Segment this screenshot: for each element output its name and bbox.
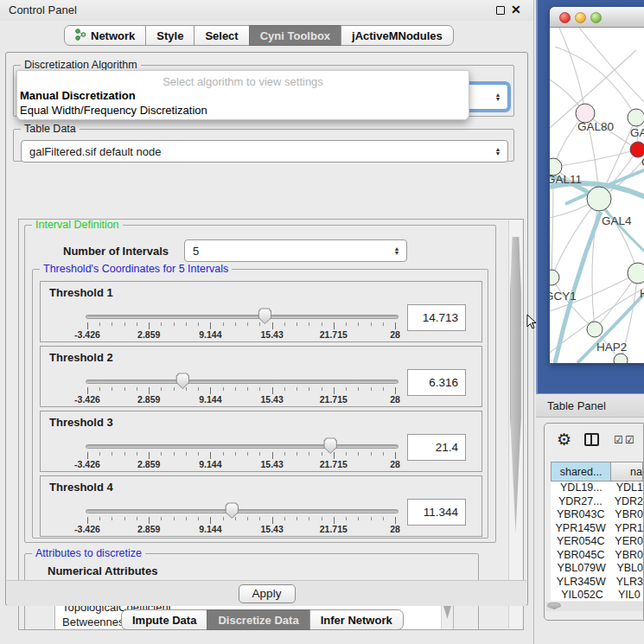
- tab-impute-data[interactable]: Impute Data: [121, 609, 207, 630]
- dropdown-option-equal-width-frequency-discretization[interactable]: Equal Width/Frequency Discretization: [17, 103, 469, 118]
- tick-label: 9.144: [184, 329, 236, 340]
- threshold-value-field[interactable]: 21.4: [407, 434, 466, 461]
- slider-track[interactable]: [86, 379, 399, 384]
- checkbox-icon[interactable]: ☑: [614, 434, 623, 446]
- tick-label: -3.426: [61, 329, 113, 340]
- tick-label: 2.859: [123, 394, 175, 405]
- table-row[interactable]: YBR045CYBR0: [551, 549, 643, 563]
- tab-label: Impute Data: [132, 614, 196, 627]
- numerical-attributes-heading: Numerical Attributes: [48, 564, 157, 577]
- network-icon: [75, 29, 86, 43]
- tick-label: 9.144: [184, 394, 236, 405]
- cell-name: YLR3: [612, 576, 643, 590]
- apply-button[interactable]: Apply: [239, 584, 296, 603]
- tab-style[interactable]: Style: [145, 25, 194, 46]
- num-intervals-combobox[interactable]: 5 ▲▼: [184, 239, 407, 262]
- network-node-green[interactable]: [614, 354, 628, 363]
- table-row[interactable]: YBL079WYBL0: [551, 562, 643, 576]
- tick-label: 9.144: [184, 524, 236, 534]
- column-header-shared-[interactable]: shared...: [551, 462, 611, 481]
- tab-network[interactable]: Network: [64, 25, 146, 46]
- network-window: GAL80GACGAL11GAL4GCY1HHAP2: [550, 7, 644, 363]
- combo-stepper-icon: ▲▼: [493, 85, 503, 109]
- slider-track[interactable]: [86, 509, 399, 513]
- checkbox-icon[interactable]: ☑: [625, 434, 634, 446]
- close-icon[interactable]: ✕: [511, 3, 521, 16]
- right-side-panels: GAL80GACGAL11GAL4GCY1HHAP2 Table Panel ⚙…: [536, 0, 644, 644]
- node-label-gal4: GAL4: [602, 214, 632, 227]
- network-edge: [552, 277, 595, 329]
- network-node-green[interactable]: [628, 263, 644, 284]
- table-row[interactable]: YDR27...YDR2: [551, 495, 643, 509]
- table-row[interactable]: YDL19...YDL1: [551, 481, 643, 495]
- float-window-icon[interactable]: [496, 6, 505, 15]
- close-traffic-light-icon[interactable]: [559, 12, 571, 23]
- group-legend: Interval Definition: [32, 219, 123, 231]
- tab-cyni-toolbox[interactable]: Cyni Toolbox: [249, 25, 341, 46]
- slider-track[interactable]: [86, 315, 399, 319]
- zoom-traffic-light-icon[interactable]: [590, 12, 602, 23]
- slider-tick-labels: -3.4262.8599.14415.4321.71528: [87, 459, 395, 469]
- table-row[interactable]: YLR345WYLR3: [551, 576, 643, 590]
- network-node-green[interactable]: [628, 109, 644, 126]
- tab-select[interactable]: Select: [194, 25, 249, 46]
- table-row[interactable]: YPR145WYPR1: [551, 522, 643, 536]
- threshold-label: Threshold 2: [49, 351, 113, 364]
- slider-track[interactable]: [86, 444, 399, 449]
- column-header-na[interactable]: na: [611, 462, 643, 481]
- table-data-combobox[interactable]: galFiltered.sif default node ▲▼: [21, 140, 508, 163]
- table-toolbar: ⚙ ☑ ☑: [545, 424, 643, 458]
- network-node-green[interactable]: [550, 270, 559, 285]
- settings-scroll-area: Interval Definition Number of Intervals …: [18, 219, 524, 630]
- table-data-group: Table Data galFiltered.sif default node …: [13, 129, 514, 162]
- split-columns-icon[interactable]: [584, 433, 599, 446]
- node-label-gal80: GAL80: [577, 120, 614, 133]
- table-row[interactable]: YBR043CYBR0: [551, 508, 643, 522]
- threshold-value-field[interactable]: 6.316: [407, 369, 466, 396]
- tick-label: 9.144: [184, 459, 236, 469]
- gear-icon[interactable]: ⚙: [557, 430, 571, 450]
- cell-name: YDL1: [612, 481, 643, 495]
- cell-name: YIL0: [614, 589, 643, 601]
- tab-discretize-data[interactable]: Discretize Data: [207, 609, 309, 630]
- network-view-frame: GAL80GACGAL11GAL4GCY1HHAP2: [536, 0, 644, 393]
- tab-jactivemnodules[interactable]: jActiveMNodules: [341, 25, 454, 46]
- cell-name: YPR1: [610, 522, 643, 536]
- tick-label: -3.426: [61, 524, 113, 534]
- network-window-titlebar: [550, 7, 644, 28]
- network-node-green[interactable]: [587, 322, 603, 337]
- table-data-value: galFiltered.sif default node: [29, 145, 161, 158]
- cell-shared-name: YER054C: [551, 535, 610, 549]
- cell-shared-name: YLR345W: [551, 576, 612, 590]
- threshold-value-field[interactable]: 14.713: [407, 304, 466, 331]
- network-canvas[interactable]: GAL80GACGAL11GAL4GCY1HHAP2: [550, 28, 644, 363]
- tick-label: 2.859: [123, 459, 175, 469]
- table-row[interactable]: YIL052CYIL0: [551, 589, 643, 601]
- algorithm-dropdown-popup: Select algorithm to view settings Manual…: [16, 70, 469, 120]
- settings-vertical-scrollbar[interactable]: [508, 220, 522, 628]
- top-tab-bar: NetworkStyleSelectCyni ToolboxjActiveMNo…: [64, 25, 454, 46]
- group-legend: Threshold's Coordinates for 5 Intervals: [40, 263, 232, 275]
- table-body: YDL19...YDL1YDR27...YDR2YBR043CYBR0YPR14…: [551, 481, 643, 601]
- threshold-panel: Threshold 4 -3.4262.8599.14415.4321.7152…: [40, 475, 482, 537]
- table-row[interactable]: YER054CYER0: [551, 535, 643, 549]
- cell-name: YBL0: [612, 562, 643, 576]
- network-node-green[interactable]: [587, 187, 611, 211]
- control-panel-titlebar: Control Panel ✕: [0, 0, 533, 21]
- tick-label: 15.43: [246, 524, 298, 534]
- tab-label: Select: [205, 29, 238, 42]
- tick-label: 2.859: [123, 524, 175, 534]
- threshold-value-field[interactable]: 11.344: [407, 499, 466, 526]
- table-horizontal-scrollbar[interactable]: [545, 602, 643, 611]
- thresholds-group: Threshold's Coordinates for 5 Intervals …: [32, 269, 488, 539]
- tab-infer-network[interactable]: Infer Network: [309, 609, 404, 630]
- dropdown-option-manual-discretization[interactable]: Manual Discretization: [17, 88, 469, 103]
- tab-label: jActiveMNodules: [352, 29, 443, 42]
- apply-bar: Apply: [7, 580, 526, 606]
- cell-shared-name: YBR045C: [551, 549, 610, 563]
- node-label-gcy1: GCY1: [550, 290, 577, 303]
- threshold-panel: Threshold 2 -3.4262.8599.14415.4321.7152…: [40, 346, 482, 407]
- minimize-traffic-light-icon[interactable]: [575, 12, 586, 23]
- tab-label: Infer Network: [321, 614, 392, 627]
- group-legend: Discretization Algorithm: [21, 59, 141, 71]
